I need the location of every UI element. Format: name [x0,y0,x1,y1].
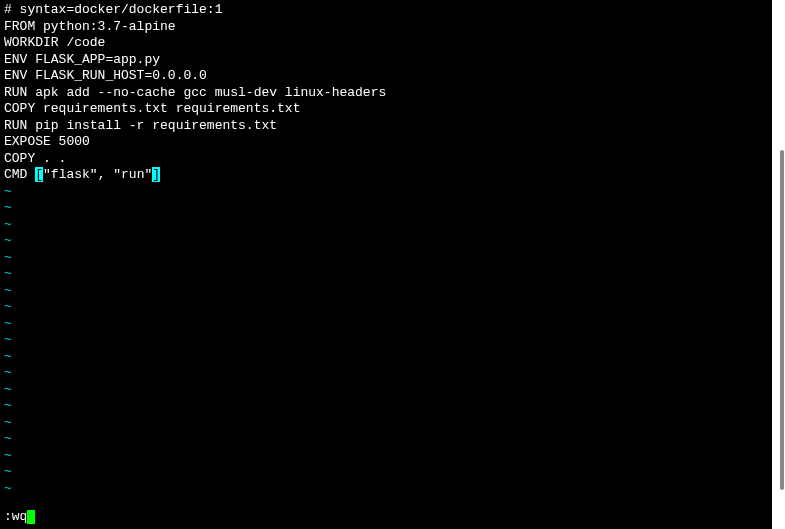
cmd-line: CMD ["flask", "run"] [4,167,768,184]
empty-line-tilde: ~ [4,481,768,498]
empty-line-tilde: ~ [4,200,768,217]
empty-line-tilde: ~ [4,184,768,201]
empty-line-tilde: ~ [4,217,768,234]
empty-line-tilde: ~ [4,349,768,366]
cursor [27,510,35,524]
code-line: EXPOSE 5000 [4,134,768,151]
empty-line-tilde: ~ [4,365,768,382]
empty-line-tilde: ~ [4,382,768,399]
scrollbar-track[interactable] [772,0,785,529]
code-line: RUN pip install -r requirements.txt [4,118,768,135]
cmd-prefix: CMD [4,167,35,182]
empty-line-tilde: ~ [4,266,768,283]
empty-line-tilde: ~ [4,448,768,465]
scrollbar-thumb[interactable] [780,150,784,490]
empty-line-tilde: ~ [4,316,768,333]
code-line: WORKDIR /code [4,35,768,52]
code-line: # syntax=docker/dockerfile:1 [4,2,768,19]
bracket-open: [ [35,167,43,182]
empty-line-tilde: ~ [4,332,768,349]
bracket-close: ] [152,167,160,182]
empty-line-tilde: ~ [4,431,768,448]
empty-line-tilde: ~ [4,398,768,415]
empty-line-tilde: ~ [4,299,768,316]
code-line: COPY . . [4,151,768,168]
vim-terminal[interactable]: # syntax=docker/dockerfile:1 FROM python… [0,0,772,529]
code-line: COPY requirements.txt requirements.txt [4,101,768,118]
cmd-args: "flask", "run" [43,167,152,182]
command-text: :wq [4,509,27,524]
empty-line-tilde: ~ [4,415,768,432]
empty-line-tilde: ~ [4,250,768,267]
empty-line-tilde: ~ [4,233,768,250]
code-line: ENV FLASK_RUN_HOST=0.0.0.0 [4,68,768,85]
empty-line-tilde: ~ [4,283,768,300]
code-line: ENV FLASK_APP=app.py [4,52,768,69]
code-line: FROM python:3.7-alpine [4,19,768,36]
code-line: RUN apk add --no-cache gcc musl-dev linu… [4,85,768,102]
vim-command-line[interactable]: :wq [4,509,35,526]
empty-line-tilde: ~ [4,464,768,481]
